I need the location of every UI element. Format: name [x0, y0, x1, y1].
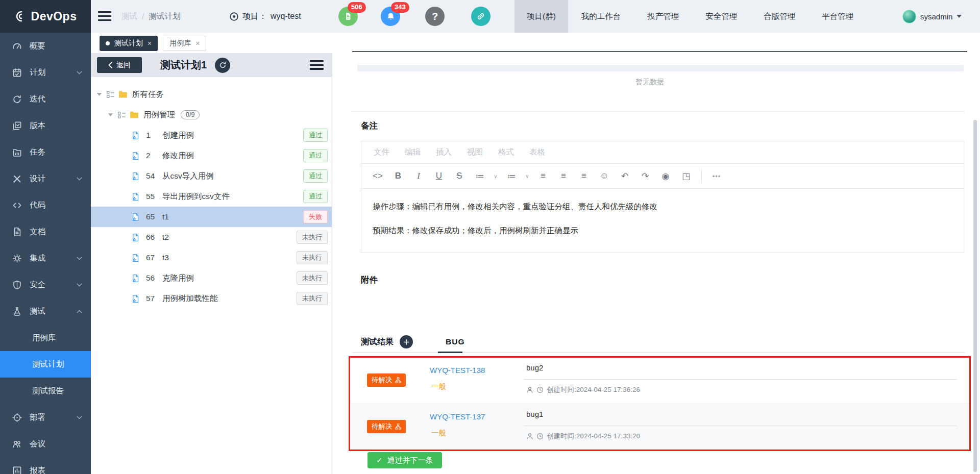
breadcrumb-section[interactable]: 测试	[121, 11, 137, 22]
sidebar-item-plan[interactable]: 计划	[0, 59, 91, 86]
sidebar-item-task[interactable]: 任务	[0, 139, 91, 165]
chevron-down-icon	[77, 71, 82, 74]
vertical-scrollbar[interactable]	[973, 120, 977, 472]
sidebar-item-iteration[interactable]: 迭代	[0, 86, 91, 112]
pass-and-next-button[interactable]: ✓ 通过并下一条	[368, 452, 442, 468]
refresh-icon	[219, 61, 227, 69]
nav-item-workbench[interactable]: 我的工作台	[568, 0, 634, 33]
sidebar-item-test[interactable]: 测试	[0, 298, 91, 325]
menu-icon[interactable]	[98, 11, 111, 23]
caret-down-icon[interactable]	[107, 112, 114, 117]
nav-item-production[interactable]: 投产管理	[634, 0, 692, 33]
gauge-icon	[12, 41, 22, 51]
sidebar-item-code[interactable]: 代码	[0, 192, 91, 218]
devops-logo-icon	[14, 10, 27, 22]
sidebar-label: 文档	[30, 227, 45, 237]
italic-icon[interactable]: I	[408, 171, 429, 181]
user-menu[interactable]: sysadmin	[902, 0, 962, 33]
bug-row[interactable]: 待解决 WYQ-TEST-137 一般 bug1 创建时间:2024-04-25…	[350, 404, 969, 450]
case-id: 54	[146, 171, 162, 181]
test-case-icon	[131, 274, 140, 283]
help-icon[interactable]: ?	[425, 7, 445, 26]
preview-icon[interactable]: ◉	[655, 171, 676, 182]
case-row[interactable]: 2 修改用例 通过	[91, 145, 332, 166]
bullet-list-icon[interactable]: ≔	[470, 171, 490, 182]
project-selector[interactable]: 项目：wyq-test	[229, 0, 301, 33]
align-center-icon[interactable]: ≡	[553, 171, 574, 181]
fullscreen-icon[interactable]: ◳	[676, 171, 696, 182]
case-row[interactable]: 1 创建用例 通过	[91, 125, 332, 145]
close-icon[interactable]: ×	[148, 39, 152, 47]
sidebar-item-version[interactable]: 版本	[0, 112, 91, 139]
more-icon[interactable]: •••	[705, 172, 728, 180]
toolbar-separator	[701, 169, 702, 183]
sidebar-item-test-report[interactable]: 测试报告	[0, 378, 91, 404]
menu-format[interactable]: 格式	[494, 147, 518, 158]
add-result-button[interactable]	[400, 335, 413, 348]
bug-title: bug1	[526, 410, 543, 418]
undo-icon[interactable]: ↶	[615, 171, 635, 182]
tab-case-library[interactable]: 用例库 ×	[163, 36, 206, 51]
strikethrough-icon[interactable]: S	[449, 171, 470, 181]
case-row-selected[interactable]: 65 t1 失败	[91, 207, 332, 227]
case-row[interactable]: 66 t2 未执行	[91, 227, 332, 247]
redo-icon[interactable]: ↷	[635, 171, 655, 182]
nav-item-platform-mgmt[interactable]: 平台管理	[808, 0, 867, 33]
case-row[interactable]: 54 从csv导入用例 通过	[91, 166, 332, 186]
tab-test-results[interactable]: 测试结果	[361, 337, 394, 347]
tab-test-plan[interactable]: 测试计划 ×	[100, 36, 158, 51]
case-row[interactable]: 67 t3 未执行	[91, 247, 332, 268]
numbered-list-icon[interactable]: ≔	[501, 171, 522, 182]
align-left-icon[interactable]: ≡	[533, 171, 553, 181]
nav-item-merge-mgmt[interactable]: 合版管理	[750, 0, 808, 33]
emoji-icon[interactable]: ☺	[594, 171, 615, 181]
tab-bug[interactable]: BUG	[446, 337, 464, 346]
align-right-icon[interactable]: ≡	[574, 171, 594, 181]
editor-content[interactable]: 操作步骤：编辑已有用例，修改相关内容，重点验证分组、责任人和优先级的修改 预期结…	[361, 189, 964, 236]
underline-icon[interactable]: U	[429, 171, 449, 181]
caret-down-icon[interactable]	[96, 92, 103, 97]
refresh-button[interactable]	[215, 58, 230, 73]
bug-id-link[interactable]: WYQ-TEST-137	[430, 412, 485, 421]
sidebar-item-overview[interactable]: 概要	[0, 33, 91, 59]
bug-row[interactable]: 待解决 WYQ-TEST-138 一般 bug2 创建时间:2024-04-25…	[350, 358, 969, 404]
sidebar-item-test-plan[interactable]: 测试计划	[0, 351, 91, 378]
document-glyph-icon	[344, 12, 353, 21]
nav-item-security-mgmt[interactable]: 安全管理	[692, 0, 750, 33]
menu-file[interactable]: 文件	[370, 147, 394, 158]
pass-button-label: 通过并下一条	[387, 456, 433, 465]
case-id: 65	[146, 212, 162, 221]
menu-edit[interactable]: 编辑	[401, 147, 425, 158]
sidebar-item-case-library[interactable]: 用例库	[0, 325, 91, 351]
back-button[interactable]: 返回	[97, 57, 142, 73]
bold-icon[interactable]: B	[388, 171, 408, 181]
bug-title-underline	[524, 379, 957, 380]
nav-item-projects[interactable]: 项目(群)	[514, 0, 568, 33]
editor-toolbar: <> B I U S ≔ ∨ ≔ ∨ ≡ ≡ ≡ ☺ ↶ ↷ ◉ ◳ •••	[361, 164, 964, 189]
sidebar-label: 部署	[30, 412, 45, 423]
logo-text: DevOps	[31, 10, 77, 23]
sidebar-item-integration[interactable]: 集成	[0, 245, 91, 271]
case-row[interactable]: 56 克隆用例 未执行	[91, 268, 332, 288]
case-row[interactable]: 55 导出用例到csv文件 通过	[91, 186, 332, 207]
tree-root-row[interactable]: 所有任务	[91, 84, 332, 105]
tree-group-row[interactable]: 用例管理 0/9	[91, 105, 332, 125]
sidebar-item-report[interactable]: 报表	[0, 457, 91, 474]
link-icon[interactable]	[471, 7, 491, 26]
chevron-down-icon[interactable]: ∨	[490, 173, 501, 179]
sidebar-item-docs[interactable]: 文档	[0, 218, 91, 245]
sidebar-item-deploy[interactable]: 部署	[0, 404, 91, 431]
chevron-down-icon[interactable]: ∨	[522, 173, 533, 179]
sidebar-item-design[interactable]: 设计	[0, 165, 91, 192]
bug-id-link[interactable]: WYQ-TEST-138	[430, 366, 485, 375]
close-icon[interactable]: ×	[195, 39, 200, 47]
panel-menu-icon[interactable]	[310, 60, 324, 72]
menu-table[interactable]: 表格	[525, 147, 549, 158]
code-view-icon[interactable]: <>	[368, 171, 388, 181]
sidebar-item-meeting[interactable]: 会议	[0, 431, 91, 457]
menu-view[interactable]: 视图	[463, 147, 487, 158]
menu-insert[interactable]: 插入	[432, 147, 456, 158]
case-detail-main: 暂无数据 备注 文件 编辑 插入 视图 格式 表格 <> B I U S ≔ ∨…	[332, 33, 980, 474]
sidebar-item-security[interactable]: 安全	[0, 271, 91, 298]
case-row[interactable]: 57 用例树加载性能 未执行	[91, 288, 332, 309]
